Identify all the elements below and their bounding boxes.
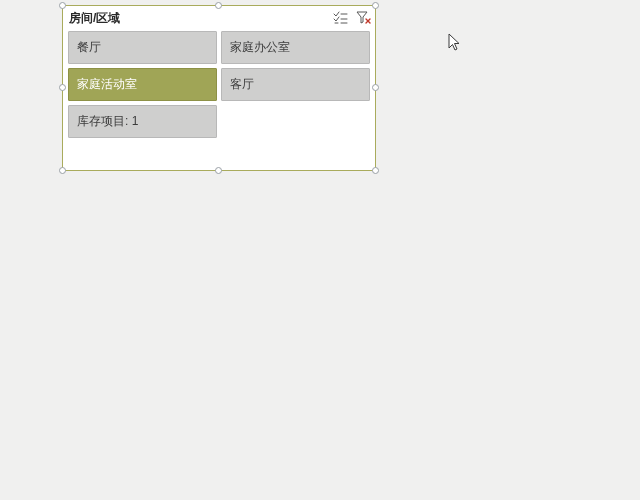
clear-filter-icon[interactable] — [356, 11, 371, 26]
slicer-header-icons — [333, 11, 371, 26]
slicer-title: 房间/区域 — [69, 10, 333, 27]
resize-handle-bottom-middle[interactable] — [215, 167, 222, 174]
mouse-cursor-icon — [448, 33, 462, 53]
resize-handle-bottom-left[interactable] — [59, 167, 66, 174]
resize-handle-top-middle[interactable] — [215, 2, 222, 9]
slicer-item-label: 客厅 — [230, 76, 254, 93]
slicer-header: 房间/区域 — [63, 6, 375, 28]
resize-handle-top-left[interactable] — [59, 2, 66, 9]
resize-handle-bottom-right[interactable] — [372, 167, 379, 174]
resize-handle-middle-right[interactable] — [372, 84, 379, 91]
slicer-item-label: 家庭办公室 — [230, 39, 290, 56]
svg-marker-4 — [357, 12, 367, 23]
slicer-item-label: 家庭活动室 — [77, 76, 137, 93]
slicer-item-label: 餐厅 — [77, 39, 101, 56]
resize-handle-middle-left[interactable] — [59, 84, 66, 91]
slicer-item[interactable]: 餐厅 — [68, 31, 217, 64]
room-area-slicer[interactable]: 房间/区域 — [62, 5, 376, 171]
multi-select-icon[interactable] — [333, 11, 348, 26]
slicer-item[interactable]: 库存项目: 1 — [68, 105, 217, 138]
slicer-item[interactable]: 客厅 — [221, 68, 370, 101]
slicer-body: 餐厅家庭办公室家庭活动室客厅库存项目: 1 — [63, 28, 375, 143]
slicer-item[interactable]: 家庭办公室 — [221, 31, 370, 64]
resize-handle-top-right[interactable] — [372, 2, 379, 9]
slicer-item-label: 库存项目: 1 — [77, 113, 138, 130]
slicer-item[interactable]: 家庭活动室 — [68, 68, 217, 101]
slicer-grid: 餐厅家庭办公室家庭活动室客厅库存项目: 1 — [68, 31, 370, 138]
